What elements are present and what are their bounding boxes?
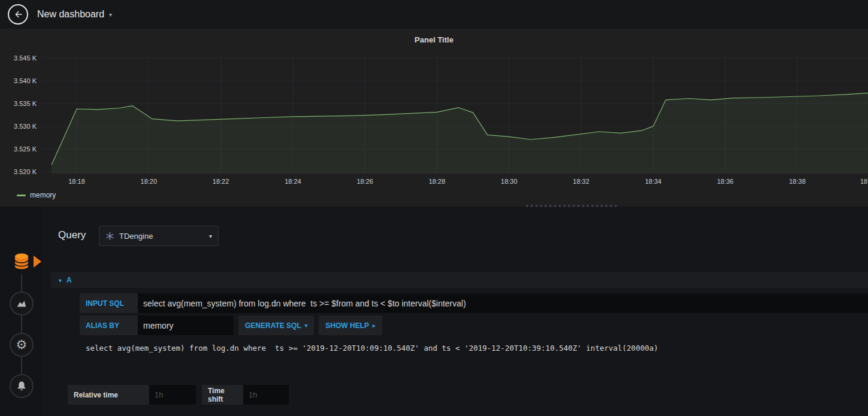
input-sql-label: INPUT SQL [80,293,138,313]
dashboard-title-text: New dashboard [37,9,104,20]
relative-time-label: Relative time [68,385,149,405]
chevron-right-icon: ▸ [373,323,376,329]
query-options-row: Relative time Time shift [68,385,289,405]
time-shift-label: Time shift [202,385,243,405]
tab-queries[interactable] [14,253,29,271]
x-tick-label: 18:18 [68,178,85,185]
x-tick-label: 18:24 [285,178,301,185]
tab-visualization[interactable] [10,291,34,315]
datasource-picker[interactable]: TDengine ▾ [99,226,219,246]
query-section-label: Query [58,229,86,241]
active-tab-arrow-icon [34,256,41,268]
back-button[interactable] [8,4,28,25]
tab-connector-line [21,274,22,374]
show-help-label: SHOW HELP [325,321,369,330]
x-tick-label: 18:22 [213,178,229,185]
tab-alert[interactable] [10,374,34,398]
chevron-down-icon: ▾ [109,11,112,18]
area-chart-icon [15,297,28,310]
datasource-name: TDengine [119,232,153,241]
dashboard-title[interactable]: New dashboard ▾ [37,9,112,20]
bell-icon [16,380,28,392]
y-tick-label: 3.520 K [14,168,37,175]
tdengine-icon [105,232,114,241]
timeseries-chart[interactable]: 3.545 K3.540 K3.535 K3.530 K3.525 K3.520… [0,29,868,187]
alias-by-field[interactable] [138,315,234,335]
x-tick-label: 18:32 [573,178,589,185]
panel-resize-handle[interactable] [526,204,617,207]
x-tick-label: 18:36 [717,178,734,185]
database-icon [14,253,29,271]
x-tick-label: 18:20 [141,178,158,185]
generate-sql-label: GENERATE SQL [245,321,301,330]
y-tick-label: 3.530 K [14,123,37,130]
arrow-left-icon [13,9,23,20]
tab-general[interactable]: ⚙ [10,333,34,357]
show-help-button[interactable]: SHOW HELP ▸ [319,315,382,335]
legend-series-label: memory [30,191,56,199]
x-tick-label: 18:34 [645,178,662,185]
graph-panel: Panel Title 3.545 K3.540 K3.535 K3.530 K… [0,29,868,207]
x-tick-label: 18:26 [356,178,373,185]
generated-sql-text: select avg(mem_system) from log.dn where… [86,344,658,353]
legend-item-memory[interactable]: memory [17,191,56,199]
chevron-down-icon: ▾ [209,233,212,239]
input-sql-field[interactable] [138,293,868,313]
input-sql-row: INPUT SQL [80,293,868,313]
x-tick-label: 18:30 [501,178,518,185]
chevron-down-icon: ▾ [305,323,308,329]
y-tick-label: 3.535 K [14,100,37,107]
generate-sql-button[interactable]: GENERATE SQL ▾ [238,315,314,335]
alias-by-label: ALIAS BY [80,315,138,335]
query-row-header[interactable]: ▾ A [51,272,868,288]
legend-series-swatch [17,195,26,196]
time-shift-input[interactable] [243,385,289,405]
top-navbar: New dashboard ▾ [0,0,868,29]
x-tick-label: 18 [860,178,867,185]
gear-icon: ⚙ [16,339,28,351]
y-tick-label: 3.540 K [14,77,37,84]
relative-time-input[interactable] [149,385,196,405]
y-tick-label: 3.545 K [14,54,37,62]
y-tick-label: 3.525 K [14,145,37,153]
x-tick-label: 18:28 [429,178,446,185]
query-ref-id: A [66,276,72,284]
collapse-caret-icon: ▾ [59,277,62,284]
x-tick-label: 18:38 [789,178,806,185]
alias-by-row: ALIAS BY GENERATE SQL ▾ SHOW HELP ▸ [80,315,382,335]
series-area [52,93,868,174]
